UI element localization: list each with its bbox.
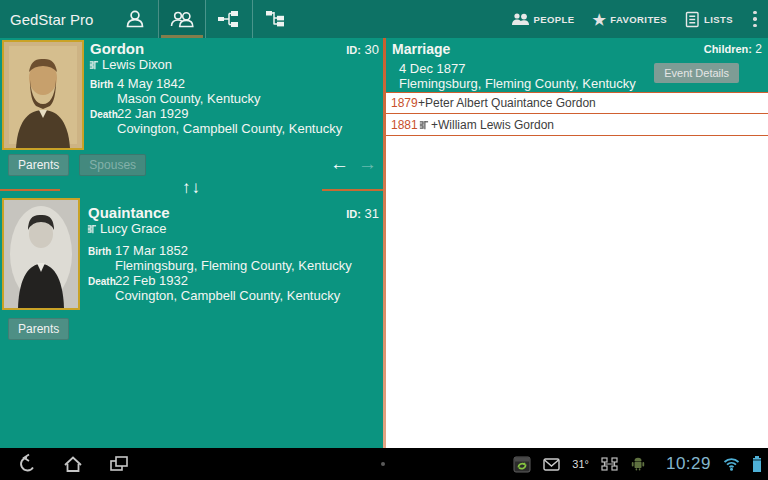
action-bar: GedStar Pro <box>0 0 768 38</box>
favorites-button-label: FAVORITES <box>610 14 667 25</box>
people-icon <box>511 12 530 26</box>
person2-surname: Quaintance <box>88 204 170 221</box>
back-button[interactable] <box>4 448 50 480</box>
direct-line-icon <box>86 223 97 235</box>
clock: 10:29 <box>666 454 711 474</box>
network-nodes-icon <box>601 457 618 471</box>
children-count: Children: 2 <box>704 42 762 56</box>
wifi-icon <box>723 457 740 471</box>
person1-surname: Gordon <box>90 40 144 57</box>
tab-descendants-tree[interactable] <box>252 0 299 38</box>
lists-button[interactable]: LISTS <box>676 0 742 38</box>
person2-given-name: Lucy Grace <box>86 221 166 236</box>
actionbar-actions: PEOPLE ★ FAVORITES LISTS <box>502 0 768 38</box>
person2-buttons: Parents <box>8 318 69 340</box>
person-panel: Gordon ID: 30 Lewis Dixon Birth 4 May 18… <box>0 38 383 448</box>
home-button[interactable] <box>50 448 96 480</box>
person1-id: ID: 30 <box>346 42 379 57</box>
lists-button-label: LISTS <box>704 14 733 25</box>
event-details-button[interactable]: Event Details <box>654 63 739 83</box>
person1-buttons: Parents Spouses <box>8 154 146 176</box>
person2-death-place: Covington, Campbell County, Kentucky <box>88 288 381 303</box>
person1-death: Death 22 Jan 1929 <box>90 106 381 121</box>
child-name: +Peter Albert Quaintance Gordon <box>418 96 596 110</box>
status-cluster[interactable]: 31° 10:29 <box>513 454 768 474</box>
gmail-notification-icon <box>543 458 560 471</box>
marriage-date: 4 Dec 1877 <box>399 61 466 76</box>
tab-couple[interactable] <box>158 0 205 38</box>
gedstar-app: GedStar Pro <box>0 0 768 480</box>
spouse-nav: ← → <box>330 153 377 175</box>
person1-death-place: Covington, Campbell County, Kentucky <box>90 121 381 136</box>
app-sync-notification-icon <box>513 456 531 473</box>
overflow-menu-icon[interactable] <box>742 0 768 38</box>
person1-birth: Birth 4 May 1842 <box>90 76 381 91</box>
swap-couple-icon[interactable]: ↑↓ <box>0 178 383 198</box>
people-button[interactable]: PEOPLE <box>502 0 584 38</box>
next-arrow-icon[interactable]: → <box>358 153 377 175</box>
battery-icon <box>752 456 762 472</box>
descendants-tree-icon <box>264 9 288 29</box>
person1-birth-place: Mason County, Kentucky <box>90 91 381 106</box>
person-icon <box>124 8 146 30</box>
child-name: +William Lewis Gordon <box>431 118 554 132</box>
person1-spouses-button[interactable]: Spouses <box>79 154 146 176</box>
person2-photo[interactable] <box>2 198 80 310</box>
person1-photo[interactable] <box>2 40 84 150</box>
person2-death: Death 22 Feb 1932 <box>88 273 381 288</box>
child-row[interactable]: 1879 +Peter Albert Quaintance Gordon <box>386 92 768 114</box>
lists-icon <box>685 11 700 28</box>
child-birth-year: 1879 <box>391 96 418 110</box>
recent-apps-button[interactable] <box>96 448 142 480</box>
marriage-place: Flemingsburg, Fleming County, Kentucky <box>399 76 636 91</box>
temperature-widget: 31° <box>572 458 589 470</box>
ancestors-chart-icon <box>216 9 242 29</box>
tab-ancestors-chart[interactable] <box>205 0 252 38</box>
couple-icon <box>169 8 195 30</box>
previous-arrow-icon[interactable]: ← <box>330 153 349 175</box>
favorites-button[interactable]: ★ FAVORITES <box>583 0 676 38</box>
child-row[interactable]: 1881 +William Lewis Gordon <box>386 114 768 136</box>
marriage-header: Marriage Children: 2 4 Dec 1877 Flemings… <box>386 38 768 92</box>
person2-birth-place: Flemingsburg, Fleming County, Kentucky <box>88 258 381 273</box>
children-list: 1879 +Peter Albert Quaintance Gordon 188… <box>386 92 768 136</box>
child-birth-year: 1881 <box>391 118 418 132</box>
person1-given-name: Lewis Dixon <box>88 57 172 72</box>
person2-parents-button[interactable]: Parents <box>8 318 69 340</box>
marriage-panel: Marriage Children: 2 4 Dec 1877 Flemings… <box>386 38 768 448</box>
person2-id: ID: 31 <box>346 206 379 221</box>
direct-line-icon <box>88 59 99 71</box>
android-debug-icon <box>630 457 646 471</box>
view-tabs <box>111 0 299 38</box>
menu-dot <box>381 462 385 466</box>
person2-birth: Birth 17 Mar 1852 <box>88 243 381 258</box>
person1-parents-button[interactable]: Parents <box>8 154 69 176</box>
star-icon: ★ <box>592 12 606 27</box>
tab-single-person[interactable] <box>111 0 158 38</box>
direct-line-icon <box>418 119 429 131</box>
marriage-title: Marriage <box>392 41 450 57</box>
nav-keys <box>4 448 142 480</box>
system-bar: 31° 10:29 <box>0 448 768 480</box>
app-title: GedStar Pro <box>0 11 105 28</box>
people-button-label: PEOPLE <box>534 14 575 25</box>
